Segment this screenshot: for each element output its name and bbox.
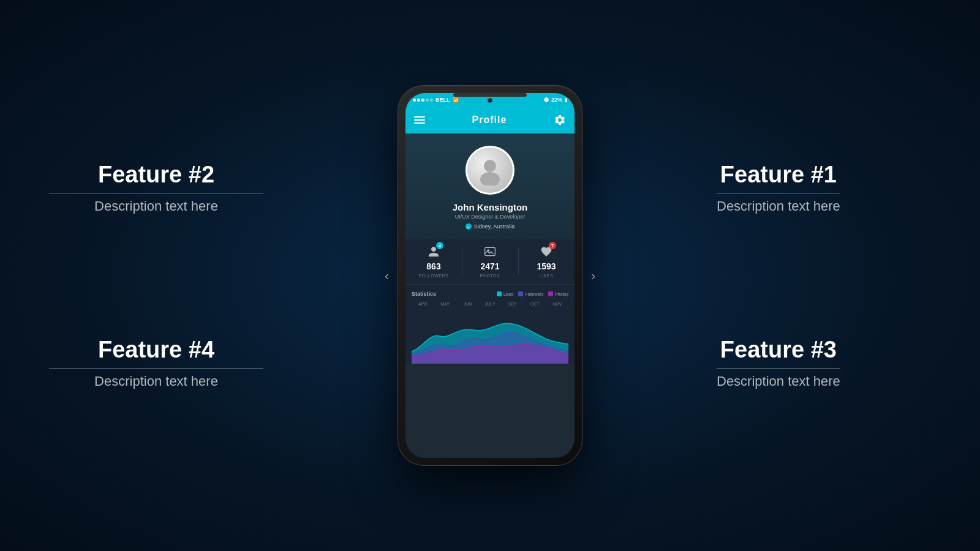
feature-1-title: Feature #1 bbox=[717, 162, 840, 188]
nav-left-arrow[interactable]: ‹ bbox=[385, 269, 389, 283]
hamburger-menu[interactable] bbox=[414, 116, 425, 124]
signal-dots bbox=[413, 99, 433, 102]
feature-4-block: Feature #4 Description text here bbox=[49, 337, 263, 389]
followers-icon-wrap: 4 bbox=[426, 244, 441, 259]
chart-legend: Likes Followers Photos bbox=[497, 291, 568, 296]
chart-header: Statistics Likes Followers Photos bbox=[412, 291, 568, 297]
signal-dot-1 bbox=[413, 99, 416, 102]
app-title: Profile bbox=[472, 114, 507, 126]
signal-dot-5 bbox=[430, 99, 433, 102]
feature-3-description: Description text here bbox=[717, 373, 840, 389]
legend-likes-dot bbox=[497, 291, 502, 296]
feature-1-block: Feature #1 Description text here bbox=[717, 162, 840, 214]
legend-photos-dot bbox=[548, 291, 553, 296]
avatar bbox=[466, 146, 514, 195]
user-job-title: UI/UX Designer & Developer bbox=[455, 214, 526, 220]
gear-svg bbox=[554, 114, 566, 126]
legend-followers-label: Followers bbox=[525, 292, 543, 296]
feature-1-description: Description text here bbox=[717, 198, 840, 214]
hamburger-line-2 bbox=[414, 119, 425, 121]
wifi-icon: 📶 bbox=[453, 97, 459, 103]
feature-2-block: Feature #2 Description text here bbox=[49, 162, 263, 214]
likes-stat[interactable]: 7 1593 LIKES bbox=[518, 244, 575, 278]
photos-icon-wrap bbox=[483, 244, 497, 259]
legend-photos: Photos bbox=[548, 291, 568, 296]
features-right: Feature #1 Description text here Feature… bbox=[717, 162, 931, 389]
phone-camera bbox=[488, 98, 492, 103]
chart-title: Statistics bbox=[412, 291, 436, 297]
wave-chart-svg bbox=[412, 309, 568, 364]
likes-icon-wrap: 7 bbox=[539, 244, 554, 259]
likes-badge: 7 bbox=[549, 242, 556, 249]
stats-row: 4 863 FOLLOWERS 2471 PHOTOS bbox=[405, 239, 575, 285]
feature-3-title: Feature #3 bbox=[717, 337, 840, 363]
legend-likes: Likes bbox=[497, 291, 513, 296]
followers-count: 863 bbox=[426, 261, 440, 271]
app-header: Profile bbox=[405, 107, 575, 133]
month-may: MAY bbox=[434, 302, 457, 306]
user-location: ✓ Sidney, Australia bbox=[466, 223, 514, 230]
legend-likes-label: Likes bbox=[503, 292, 513, 296]
feature-1-divider bbox=[717, 193, 840, 193]
month-nov: NOV bbox=[546, 302, 568, 306]
feature-3-block: Feature #3 Description text here bbox=[717, 337, 840, 389]
nav-right-arrow[interactable]: › bbox=[591, 269, 595, 283]
avatar-image bbox=[467, 148, 513, 193]
photos-label: PHOTOS bbox=[480, 274, 500, 278]
hamburger-line-3 bbox=[414, 122, 425, 124]
location-text: Sidney, Australia bbox=[474, 223, 514, 230]
svg-point-0 bbox=[484, 160, 496, 172]
photos-stat[interactable]: 2471 PHOTOS bbox=[462, 244, 518, 278]
svg-point-1 bbox=[480, 172, 500, 186]
settings-button[interactable] bbox=[554, 114, 566, 126]
followers-label: FOLLOWERS bbox=[419, 274, 448, 278]
signal-dot-4 bbox=[426, 99, 429, 102]
month-apr: APR bbox=[412, 302, 434, 306]
carrier-name: BELL bbox=[435, 97, 450, 103]
battery-icon: ▮ bbox=[565, 97, 567, 103]
likes-count: 1593 bbox=[537, 261, 556, 271]
feature-4-title: Feature #4 bbox=[49, 337, 263, 363]
signal-dot-3 bbox=[421, 99, 424, 102]
phone-speaker bbox=[453, 93, 527, 97]
phone-wrapper: ‹ › BELL 📶 ⬢ 22% bbox=[398, 86, 582, 465]
signal-dot-2 bbox=[417, 99, 420, 102]
chart-area: Statistics Likes Followers Photos bbox=[405, 285, 575, 364]
phone-screen: BELL 📶 ⬢ 22% ▮ Profile bbox=[405, 93, 575, 458]
photos-count: 2471 bbox=[480, 261, 499, 271]
feature-2-divider bbox=[49, 193, 263, 193]
likes-label: LIKES bbox=[540, 274, 553, 278]
followers-stat[interactable]: 4 863 FOLLOWERS bbox=[405, 244, 462, 278]
location-check-icon: ✓ bbox=[466, 223, 472, 230]
legend-followers: Followers bbox=[518, 291, 543, 296]
followers-badge: 4 bbox=[436, 242, 443, 249]
avatar-container bbox=[466, 146, 514, 195]
month-july: JULY bbox=[479, 302, 502, 306]
chart-months: APR MAY JUN JULY SEP OCT NOV bbox=[412, 302, 568, 306]
hamburger-line-1 bbox=[414, 116, 425, 118]
profile-area: John Kensington UI/UX Designer & Develop… bbox=[405, 133, 575, 239]
phone-body: ‹ › BELL 📶 ⬢ 22% bbox=[398, 86, 582, 465]
feature-4-description: Description text here bbox=[49, 373, 263, 389]
feature-2-description: Description text here bbox=[49, 198, 263, 214]
avatar-svg bbox=[475, 155, 505, 186]
status-left: BELL 📶 bbox=[413, 97, 459, 103]
feature-2-title: Feature #2 bbox=[49, 162, 263, 188]
month-sep: SEP bbox=[501, 302, 524, 306]
photos-icon bbox=[484, 246, 496, 258]
month-oct: OCT bbox=[524, 302, 546, 306]
legend-followers-dot bbox=[518, 291, 523, 296]
status-right: ⬢ 22% ▮ bbox=[544, 97, 567, 103]
month-jun: JUN bbox=[456, 302, 479, 306]
feature-3-divider bbox=[717, 368, 840, 369]
legend-photos-label: Photos bbox=[555, 292, 568, 296]
feature-4-divider bbox=[49, 368, 263, 369]
chart-svg-container bbox=[412, 309, 568, 364]
user-name: John Kensington bbox=[453, 202, 528, 212]
features-left: Feature #2 Description text here Feature… bbox=[49, 162, 263, 389]
battery-level: 22% bbox=[551, 97, 562, 103]
bluetooth-icon: ⬢ bbox=[544, 97, 549, 103]
